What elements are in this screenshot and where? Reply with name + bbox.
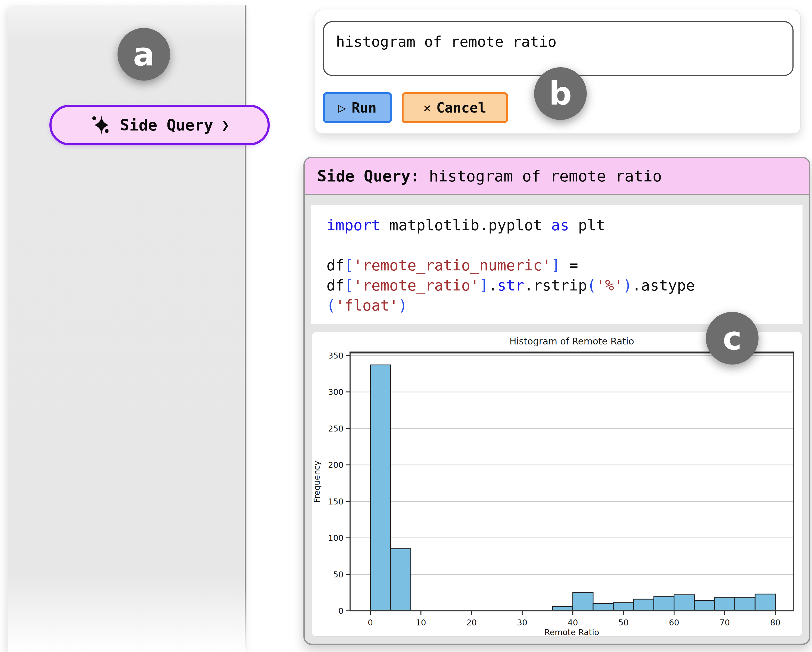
side-query-result-card: Side Query: histogram of remote ratio im… (304, 157, 810, 645)
code-block: import matplotlib.pyplot as plt df['remo… (311, 205, 803, 324)
badge-b-letter: b (549, 75, 572, 112)
sidebar-divider (245, 5, 246, 652)
run-button[interactable]: ▷ Run (323, 92, 392, 123)
cancel-button[interactable]: ✕ Cancel (401, 92, 508, 123)
svg-text:200: 200 (328, 460, 343, 470)
sidebar-panel (8, 5, 246, 652)
result-header: Side Query: histogram of remote ratio (305, 158, 809, 195)
svg-text:60: 60 (669, 618, 679, 627)
x-icon: ✕ (423, 101, 431, 115)
chart-panel: 05010015020025030035001020304050607080Hi… (311, 332, 803, 637)
result-header-query: histogram of remote ratio (420, 167, 662, 185)
annotation-badge-b: b (534, 67, 587, 120)
svg-text:Remote Ratio: Remote Ratio (545, 628, 599, 636)
annotation-badge-a: a (118, 28, 170, 81)
side-query-button-label: Side Query (120, 116, 213, 134)
svg-text:250: 250 (328, 424, 343, 433)
code-line: ('float') (327, 296, 787, 315)
svg-text:0: 0 (339, 606, 343, 615)
annotation-badge-c: c (706, 312, 759, 364)
svg-text:50: 50 (618, 618, 629, 627)
svg-text:0: 0 (368, 618, 373, 627)
code-line: df['remote_ratio'].str.rstrip('%').astyp… (327, 275, 787, 296)
svg-text:70: 70 (719, 618, 730, 627)
code-line: import matplotlib.pyplot as plt (327, 215, 787, 235)
cancel-button-label: Cancel (437, 100, 486, 116)
chevron-right-icon: ❯ (221, 117, 230, 133)
svg-text:300: 300 (328, 387, 343, 397)
svg-text:150: 150 (328, 497, 343, 506)
svg-text:40: 40 (568, 618, 578, 627)
svg-text:Histogram of Remote Ratio: Histogram of Remote Ratio (510, 336, 634, 347)
svg-text:20: 20 (467, 618, 477, 627)
svg-text:350: 350 (328, 351, 343, 360)
code-line: df['remote_ratio_numeric'] = (327, 255, 787, 275)
code-line (327, 235, 787, 255)
result-header-prefix: Side Query: (317, 167, 420, 185)
run-button-label: Run (351, 100, 376, 116)
svg-text:Frequency: Frequency (312, 461, 322, 503)
side-query-button[interactable]: Side Query ❯ (49, 105, 270, 145)
svg-text:30: 30 (517, 618, 527, 627)
badge-c-letter: c (723, 320, 742, 357)
svg-text:10: 10 (416, 618, 426, 627)
svg-text:80: 80 (770, 618, 780, 627)
play-icon: ▷ (338, 100, 346, 115)
badge-a-letter: a (133, 35, 155, 73)
svg-text:100: 100 (328, 533, 343, 543)
svg-text:50: 50 (333, 570, 343, 579)
sparkle-icon (90, 113, 113, 137)
histogram-chart: 05010015020025030035001020304050607080Hi… (311, 332, 802, 636)
